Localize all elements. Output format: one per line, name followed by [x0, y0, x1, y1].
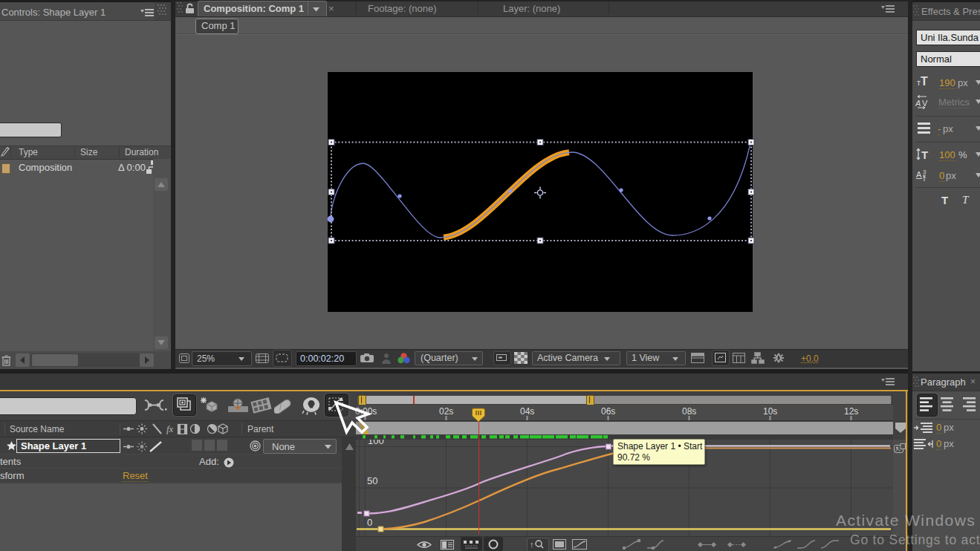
svg-text:T: T [921, 149, 928, 161]
svg-text:A: A [916, 170, 922, 179]
svg-text:3: 3 [923, 169, 927, 175]
svg-text:fx: fx [166, 423, 174, 434]
svg-text:0: 0 [367, 517, 372, 528]
svg-text:A: A [915, 99, 921, 108]
svg-text:50: 50 [367, 475, 377, 486]
svg-text:↑: ↑ [530, 540, 534, 549]
